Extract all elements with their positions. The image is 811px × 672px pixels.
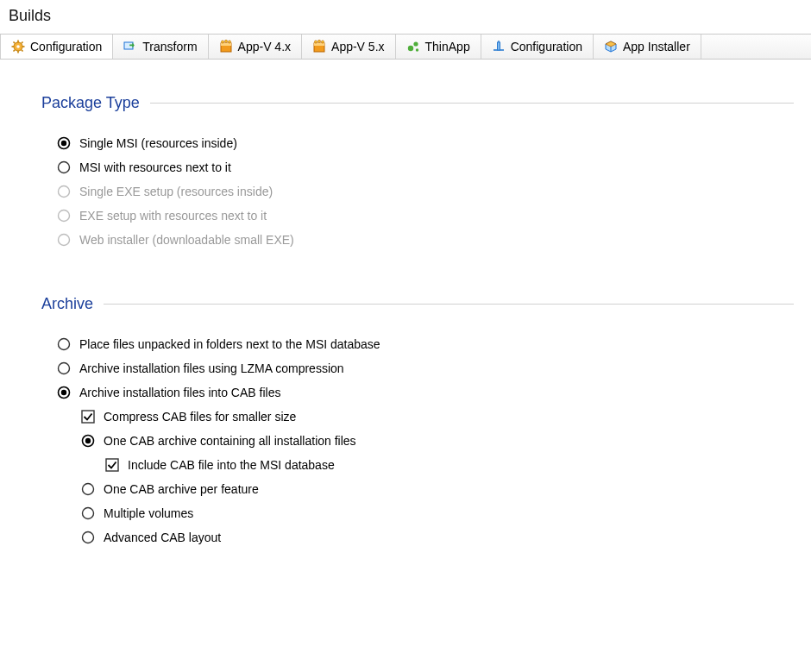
appv-orange-icon — [312, 40, 326, 53]
tab-label: Configuration — [511, 40, 582, 53]
radio-option[interactable]: Multiple volumes — [81, 501, 794, 525]
radio-option[interactable]: Single MSI (resources inside) — [57, 131, 794, 155]
radio-control-icon — [81, 531, 95, 544]
section-header-archive: Archive — [41, 295, 794, 313]
radio-option[interactable]: Place files unpacked in folders next to … — [57, 332, 794, 356]
checkbox-option[interactable]: Compress CAB files for smaller size — [81, 405, 794, 429]
tab-label: Configuration — [30, 40, 102, 53]
transform-icon — [123, 40, 137, 53]
radio-option: Web installer (downloadable small EXE) — [57, 228, 794, 252]
radio-option[interactable]: Archive installation files into CAB file… — [57, 380, 794, 405]
option-label: Single EXE setup (resources inside) — [78, 185, 273, 198]
radio-option: EXE setup with resources next to it — [57, 204, 794, 228]
tab-appv5[interactable]: App-V 5.x — [302, 35, 395, 59]
option-label: One CAB archive containing all installat… — [102, 434, 356, 448]
radio-control-icon — [57, 185, 71, 198]
radio-control-icon — [57, 160, 71, 174]
checkbox-control-icon — [105, 458, 119, 472]
section-title-package-type: Package Type — [41, 94, 140, 112]
option-label: Multiple volumes — [102, 506, 193, 520]
option-label: Archive installation files using LZMA co… — [78, 361, 344, 375]
option-label: Archive installation files into CAB file… — [78, 386, 280, 399]
tab-appinstaller[interactable]: App Installer — [594, 35, 701, 59]
tabbar: ConfigurationTransformApp-V 4.xApp-V 5.x… — [0, 34, 811, 60]
radio-option[interactable]: MSI with resources next to it — [57, 155, 794, 179]
option-label: EXE setup with resources next to it — [78, 209, 267, 223]
option-label: One CAB archive per feature — [102, 482, 259, 496]
config-blue-icon — [492, 40, 506, 53]
option-label: Web installer (downloadable small EXE) — [78, 233, 294, 247]
option-label: Advanced CAB layout — [102, 531, 221, 544]
archive-options: Place files unpacked in folders next to … — [41, 323, 794, 550]
radio-control-icon — [57, 136, 71, 150]
package-type-options: Single MSI (resources inside)MSI with re… — [41, 122, 794, 252]
radio-option[interactable]: Advanced CAB layout — [81, 525, 794, 550]
tab-appv4[interactable]: App-V 4.x — [209, 35, 302, 59]
section-divider — [104, 304, 794, 305]
option-label: Compress CAB files for smaller size — [102, 410, 296, 424]
radio-option[interactable]: Archive installation files using LZMA co… — [57, 356, 794, 380]
tab-label: Transform — [142, 40, 197, 53]
radio-control-icon — [81, 482, 95, 496]
radio-option[interactable]: One CAB archive containing all installat… — [81, 429, 794, 453]
section-header-package-type: Package Type — [41, 94, 794, 112]
appv-orange-icon — [219, 40, 233, 53]
tab-label: App Installer — [623, 40, 690, 53]
radio-control-icon — [81, 434, 95, 448]
tab-label: ThinApp — [425, 40, 470, 53]
radio-control-icon — [57, 209, 71, 223]
radio-control-icon — [57, 337, 71, 351]
tab-label: App-V 4.x — [238, 40, 291, 53]
option-label: Single MSI (resources inside) — [78, 136, 237, 150]
tab-label: App-V 5.x — [331, 40, 384, 53]
section-divider — [150, 103, 794, 104]
tab-configuration[interactable]: Configuration — [0, 35, 113, 59]
section-title-archive: Archive — [41, 295, 93, 313]
option-label: Place files unpacked in folders next to … — [78, 337, 380, 351]
tab-thinapp[interactable]: ThinApp — [396, 35, 481, 59]
page-title: Builds — [0, 0, 811, 34]
checkbox-option[interactable]: Include CAB file into the MSI database — [105, 453, 794, 477]
radio-control-icon — [57, 386, 71, 399]
radio-control-icon — [57, 361, 71, 375]
app-installer-icon — [604, 40, 618, 53]
radio-control-icon — [57, 233, 71, 247]
tab-transform[interactable]: Transform — [113, 35, 208, 59]
option-label: Include CAB file into the MSI database — [126, 458, 335, 472]
content-area: Package Type Single MSI (resources insid… — [0, 60, 811, 567]
tab-configuration2[interactable]: Configuration — [481, 35, 594, 59]
radio-control-icon — [81, 506, 95, 520]
radio-option: Single EXE setup (resources inside) — [57, 179, 794, 204]
option-label: MSI with resources next to it — [78, 160, 231, 174]
thinapp-icon — [406, 40, 420, 53]
checkbox-control-icon — [81, 410, 95, 424]
radio-option[interactable]: One CAB archive per feature — [81, 477, 794, 501]
gear-icon — [11, 40, 25, 53]
